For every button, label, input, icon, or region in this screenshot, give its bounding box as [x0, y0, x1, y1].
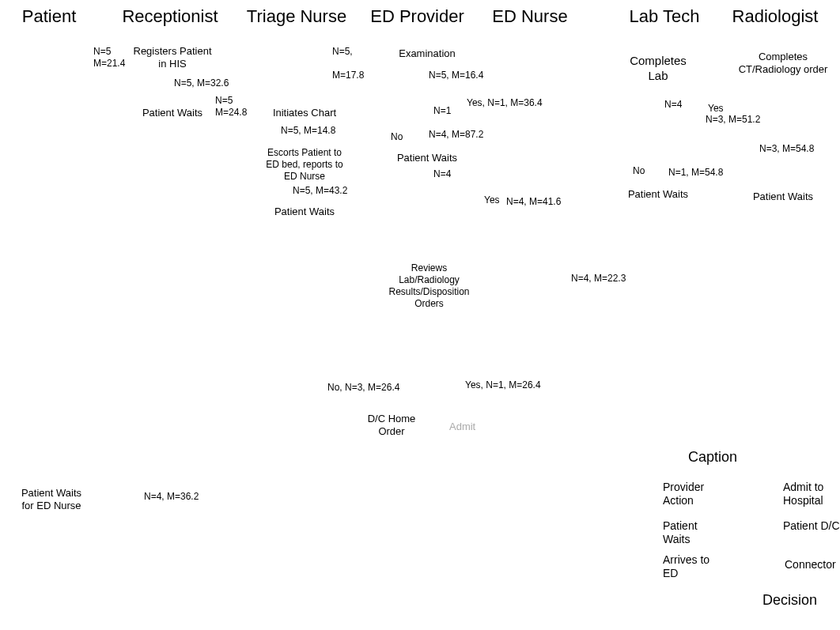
edge-n4m223: N=4, M=22.3 — [571, 273, 626, 285]
caption-provider: Provider Action — [663, 481, 718, 507]
edge-yes-b: Yes — [484, 194, 500, 206]
lane-radiologist: Radiologist — [712, 6, 838, 27]
node-reviews: Reviews Lab/Radiology Results/Dispositio… — [388, 262, 471, 310]
edge-no1: No — [391, 131, 403, 143]
edge-n1m548: N=1, M=54.8 — [668, 167, 723, 179]
node-patient-waits-1: Patient Waits — [133, 107, 212, 119]
caption-dch: Patient D/C Home — [783, 519, 840, 533]
caption-decision: Decision — [762, 592, 817, 609]
node-patient-waits-3: Patient Waits — [388, 152, 467, 164]
node-initiates-chart: Initiates Chart — [261, 107, 348, 119]
edge-n5m164: N=5, M=16.4 — [429, 70, 483, 81]
edge-n1: N=1 — [433, 105, 451, 117]
edge-n4a: N=4 — [433, 168, 451, 180]
node-registers: Registers Patient in HIS — [133, 45, 212, 71]
lane-triage: Triage Nurse — [237, 6, 356, 27]
edge-n4m872: N=4, M=87.2 — [429, 129, 483, 141]
node-completes-radiology: Completes CT/Radiology order — [736, 51, 831, 77]
edge-yes1: Yes, N=1, M=36.4 — [467, 97, 543, 109]
edge-no3: No, N=3, M=26.4 — [327, 382, 399, 394]
edge-n4m362: N=4, M=36.2 — [144, 491, 199, 503]
edge-n5m432: N=5, M=43.2 — [293, 185, 347, 197]
node-patient-waits-5: Patient Waits — [740, 191, 827, 203]
edge-n5m248: N=5 M=24.8 — [215, 95, 247, 119]
node-admit: Admit — [449, 421, 475, 433]
edge-no2: No — [633, 165, 645, 177]
edge-yes3: Yes, N=1, M=26.4 — [465, 379, 541, 391]
caption-title: Caption — [688, 449, 737, 466]
caption-arrives: Arrives to ED — [663, 553, 718, 580]
caption-waits: Patient Waits — [663, 519, 718, 546]
node-patient-waits-4: Patient Waits — [619, 188, 698, 201]
node-escorts: Escorts Patient to ED bed, reports to ED… — [261, 147, 348, 183]
edge-n4b: N=4 — [664, 99, 682, 111]
lane-receptionist: Receptionist — [111, 6, 229, 27]
edge-n5m214: N=5 M=21.4 — [93, 46, 125, 70]
node-completes-lab: Completes Lab — [619, 54, 698, 84]
edge-n4m416: N=4, M=41.6 — [506, 196, 561, 208]
edge-n3m512: N=3, M=51.2 — [706, 114, 760, 126]
node-patient-waits-2: Patient Waits — [261, 206, 348, 218]
lane-labtech: Lab Tech — [617, 6, 712, 27]
caption-admit: Admit to Hospital — [783, 481, 840, 507]
edge-n5m326: N=5, M=32.6 — [174, 77, 229, 89]
node-patient-waits-ednurse: Patient Waits for ED Nurse — [16, 487, 87, 513]
lane-patient: Patient — [9, 6, 89, 27]
edge-n5m178: N=5, M=17.8 — [332, 46, 364, 81]
caption-connector: Connector — [785, 558, 840, 572]
lane-ednurse: ED Nurse — [482, 6, 577, 27]
node-examination: Examination — [388, 47, 467, 60]
edge-yes-c: Yes — [708, 103, 724, 115]
edge-n5m148: N=5, M=14.8 — [281, 125, 335, 137]
edge-n3m548: N=3, M=54.8 — [759, 143, 814, 155]
lane-provider: ED Provider — [364, 6, 471, 27]
node-dchome: D/C Home Order — [356, 413, 427, 439]
